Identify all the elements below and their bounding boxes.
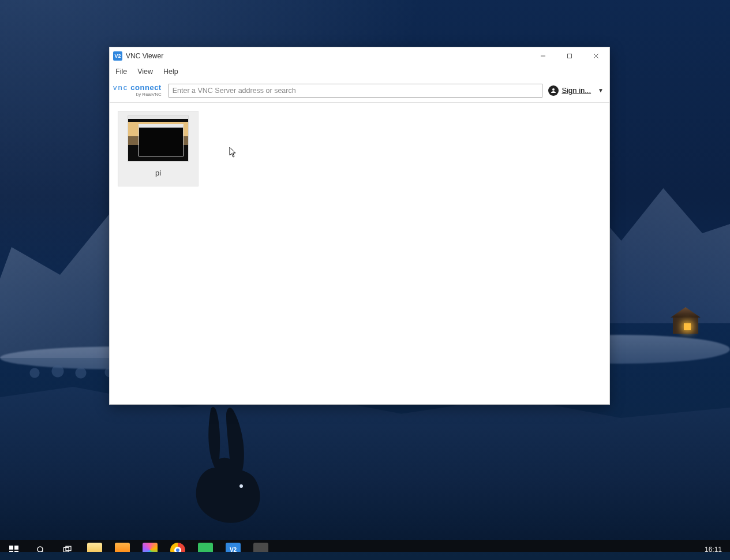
menu-help[interactable]: Help bbox=[159, 66, 183, 77]
minimize-button[interactable] bbox=[530, 47, 556, 65]
mouse-cursor-icon bbox=[229, 147, 237, 158]
user-icon bbox=[548, 85, 559, 96]
menu-view[interactable]: View bbox=[133, 66, 158, 77]
wallpaper-rabbit bbox=[179, 404, 277, 531]
connection-tile-pi[interactable]: pi bbox=[118, 111, 199, 186]
close-button[interactable] bbox=[583, 47, 609, 65]
menu-file[interactable]: File bbox=[111, 66, 132, 77]
title-bar[interactable]: V2 VNC Viewer bbox=[110, 47, 609, 65]
wallpaper-cabin-light bbox=[684, 323, 691, 330]
svg-rect-11 bbox=[63, 547, 69, 552]
toolbar: vnc connect by RealVNC Sign in... ▼ bbox=[110, 79, 609, 103]
vnc-connect-logo: vnc connect by RealVNC bbox=[113, 84, 162, 97]
chevron-down-icon: ▼ bbox=[598, 87, 604, 94]
sign-in-label: Sign in... bbox=[562, 86, 592, 95]
svg-rect-2 bbox=[568, 54, 572, 58]
window-title: VNC Viewer bbox=[126, 52, 163, 60]
svg-point-0 bbox=[239, 484, 243, 488]
menu-bar: File View Help bbox=[110, 65, 609, 79]
connection-label: pi bbox=[155, 169, 161, 177]
address-input[interactable] bbox=[169, 84, 542, 98]
logo-text-bold: connect bbox=[130, 83, 161, 92]
connection-thumbnail bbox=[128, 115, 189, 162]
sign-in-button[interactable]: Sign in... ▼ bbox=[548, 85, 604, 96]
app-icon: V2 bbox=[113, 51, 122, 61]
svg-point-9 bbox=[38, 547, 43, 552]
svg-rect-5 bbox=[9, 546, 13, 550]
logo-text-thin: vnc bbox=[113, 83, 128, 92]
logo-subtext: by RealVNC bbox=[113, 92, 162, 97]
svg-rect-6 bbox=[14, 546, 18, 550]
connections-area: pi bbox=[110, 103, 609, 404]
vnc-viewer-window: V2 VNC Viewer File View Help vnc connect… bbox=[109, 47, 610, 405]
maximize-button[interactable] bbox=[556, 47, 583, 65]
svg-rect-12 bbox=[66, 546, 71, 551]
